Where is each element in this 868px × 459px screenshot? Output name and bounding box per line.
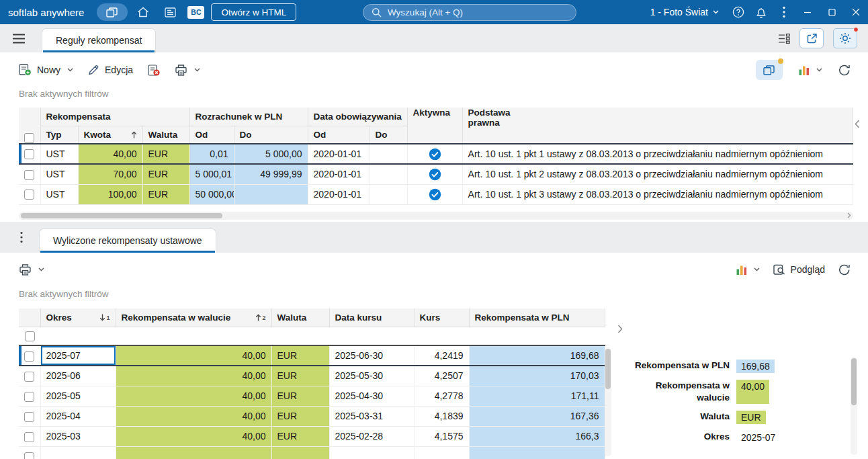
cell-od-pln[interactable]: 0,01 [189, 144, 234, 164]
column-header-okres[interactable]: Okres 1 [40, 308, 116, 327]
row-checkbox[interactable] [24, 170, 34, 180]
cell-waluta[interactable]: EUR [142, 164, 189, 184]
delete-button[interactable] [148, 65, 160, 76]
cell-okres[interactable]: 2025-05 [40, 386, 116, 406]
maximize-button[interactable] [820, 0, 844, 24]
bc-icon[interactable]: BC [187, 6, 204, 19]
table-row[interactable]: 2025-04 40,00 EUR 2025-03-31 4,1839 167,… [19, 406, 605, 426]
tree-view-button[interactable] [778, 34, 790, 44]
help-button[interactable] [727, 0, 750, 24]
minimize-button[interactable] [795, 0, 820, 24]
cell-od-pln[interactable]: 50 000,00 [189, 184, 234, 204]
detail-field-value[interactable]: EUR [736, 411, 766, 424]
cell-waluta[interactable]: EUR [271, 345, 329, 366]
cell-rekompensata-w-walucie[interactable]: 40,00 [116, 345, 271, 366]
cell-kurs[interactable]: 4,2778 [414, 386, 469, 406]
column-header-kwota[interactable]: Kwota [78, 126, 142, 144]
cell-od-data[interactable]: 2020-01-01 [308, 184, 370, 204]
horizontal-scrollbar[interactable] [19, 212, 853, 220]
cell-okres[interactable]: 2025-06 [40, 366, 116, 386]
cell-kurs[interactable]: 4,1575 [414, 426, 469, 446]
column-header-typ[interactable]: Typ [40, 126, 78, 144]
scrollbar-thumb[interactable] [21, 213, 222, 218]
cell-waluta[interactable]: EUR [271, 426, 329, 446]
scroll-right-arrow[interactable] [847, 212, 851, 220]
cell-podstawa[interactable]: Art. 10 ust. 1 pkt 3 ustawy z 08.03.2013… [462, 184, 853, 204]
cell-data-kursu[interactable]: 2025-06-30 [329, 345, 414, 366]
row-checkbox[interactable] [24, 432, 34, 442]
column-header-waluta[interactable]: Waluta [142, 126, 189, 144]
cell-typ[interactable]: UST [40, 144, 78, 164]
row-checkbox[interactable] [24, 452, 34, 459]
tab-reguly-rekompensat[interactable]: Reguły rekompensat [42, 28, 156, 52]
cell-rekompensata-w-pln[interactable] [469, 446, 605, 459]
column-header-waluta[interactable]: Waluta [271, 308, 329, 327]
detail-field-value[interactable]: 2025-07 [736, 431, 780, 444]
cell-podstawa[interactable]: Art. 10 ust. 1 pkt 2 ustawy z 08.03.2013… [462, 164, 853, 184]
role-center-button[interactable] [97, 3, 128, 21]
row-checkbox[interactable] [24, 412, 34, 422]
scrollbar-thumb[interactable] [851, 358, 857, 405]
edit-button[interactable]: Edycja [88, 65, 133, 75]
table-row[interactable]: UST 100,00 EUR 50 000,00 2020-01-01 Art.… [19, 184, 853, 204]
notifications-button[interactable] [750, 0, 773, 24]
cell-rekompensata-w-walucie[interactable]: 40,00 [116, 406, 271, 426]
new-button[interactable]: Nowy [19, 64, 73, 76]
home-button[interactable] [132, 3, 155, 21]
cell-od-data[interactable]: 2020-01-01 [308, 164, 370, 184]
company-selector[interactable]: 1 - Foto Świat [650, 7, 719, 17]
table-row[interactable]: UST 70,00 EUR 5 000,01 49 999,99 2020-01… [19, 164, 853, 184]
cell-do-pln[interactable] [234, 184, 308, 204]
more-options-button[interactable] [773, 0, 795, 24]
select-all-checkbox[interactable] [24, 133, 34, 143]
table-row[interactable]: 2025-06 40,00 EUR 2025-05-30 4,2507 170,… [19, 366, 605, 386]
cell-typ[interactable]: UST [40, 184, 78, 204]
column-header-od-data[interactable]: Od [308, 126, 370, 144]
table-row[interactable]: 2025-07 40,00 EUR 2025-06-30 4,2419 169,… [19, 345, 605, 366]
row-checkbox[interactable] [24, 149, 34, 159]
column-header-rekompensata-w-pln[interactable]: Rekompensata w PLN [469, 308, 605, 327]
cell-rekompensata-w-walucie[interactable] [116, 446, 271, 459]
cell-okres[interactable]: 2025-07 [40, 345, 116, 366]
column-header-do-pln[interactable]: Do [234, 126, 308, 144]
cell-data-kursu[interactable]: 2025-05-30 [329, 366, 414, 386]
row-checkbox[interactable] [24, 392, 34, 402]
detail-vertical-scrollbar[interactable] [851, 357, 857, 455]
cell-waluta[interactable]: EUR [142, 144, 189, 164]
chart-view-button[interactable] [736, 265, 760, 275]
collapse-detail-button[interactable] [611, 300, 629, 459]
table-row[interactable]: UST 40,00 EUR 0,01 5 000,00 2020-01-01 A… [19, 144, 853, 164]
cell-waluta[interactable]: EUR [271, 386, 329, 406]
cell-kwota[interactable]: 40,00 [78, 144, 142, 164]
cell-od-pln[interactable]: 5 000,01 [189, 164, 234, 184]
chart-view-button[interactable] [799, 65, 822, 75]
row-checkbox[interactable] [24, 190, 34, 200]
cell-podstawa[interactable]: Art. 10 ust. 1 pkt 1 ustawy z 08.03.2013… [462, 144, 853, 164]
table-row[interactable]: 2025-03 40,00 EUR 2025-02-28 4,1575 166,… [19, 426, 605, 446]
cell-data-kursu[interactable]: 2025-03-31 [329, 406, 414, 426]
share-button[interactable] [799, 28, 824, 48]
cell-kwota[interactable]: 100,00 [78, 184, 142, 204]
column-header-do-data[interactable]: Do [370, 126, 407, 144]
preview-button[interactable]: Podgląd [773, 264, 825, 276]
row-checkbox[interactable] [24, 351, 34, 362]
cell-kurs[interactable]: 4,2507 [414, 366, 469, 386]
role-center-view-button[interactable] [756, 60, 783, 80]
cell-data-kursu[interactable] [329, 446, 414, 459]
pane-menu-button[interactable] [20, 231, 23, 243]
cell-kurs[interactable]: 4,2419 [414, 345, 469, 366]
column-header-rekompensata-w-walucie[interactable]: Rekompensata w walucie 2 [116, 308, 271, 327]
column-header-podstawa-prawna[interactable]: Podstawa prawna [462, 108, 853, 144]
detail-field-value[interactable]: 40,00 [736, 380, 769, 404]
column-header-aktywna[interactable]: Aktywna [407, 108, 462, 144]
reports-button[interactable] [159, 3, 181, 21]
cell-do-pln[interactable]: 49 999,99 [234, 164, 308, 184]
cell-rekompensata-w-walucie[interactable]: 40,00 [116, 386, 271, 406]
detail-field-value[interactable]: 169,68 [736, 360, 775, 373]
cell-waluta[interactable]: EUR [271, 406, 329, 426]
table-row[interactable]: 2025-05 40,00 EUR 2025-04-30 4,2778 171,… [19, 386, 605, 406]
cell-rekompensata-w-pln[interactable]: 171,11 [469, 386, 605, 406]
cell-okres[interactable] [40, 446, 116, 459]
column-header-od-pln[interactable]: Od [189, 126, 234, 144]
table-vertical-scrollbar[interactable] [605, 347, 611, 456]
